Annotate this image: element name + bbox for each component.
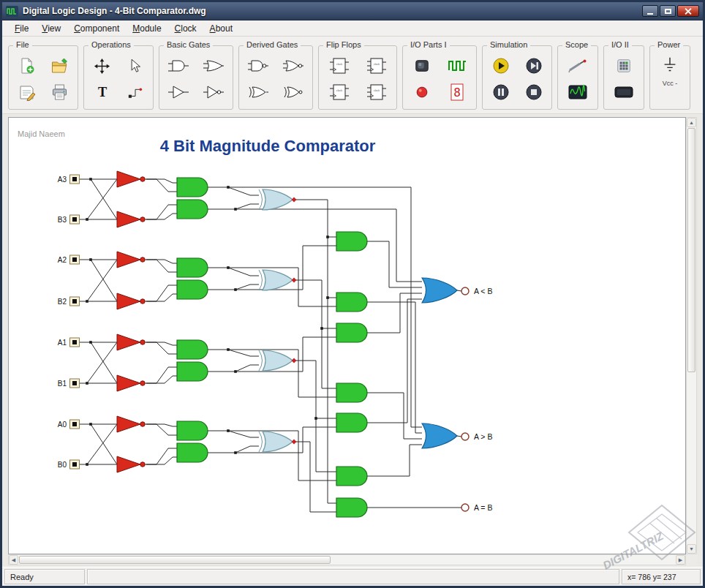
wire[interactable] — [208, 204, 259, 209]
not-gate-icon[interactable] — [200, 80, 227, 105]
scroll-up-arrow[interactable]: ▲ — [687, 118, 696, 127]
wire[interactable] — [208, 187, 259, 195]
menu-component[interactable]: Component — [67, 21, 126, 36]
wire[interactable] — [208, 446, 259, 453]
not-gate[interactable] — [117, 334, 140, 350]
and-gate[interactable] — [177, 340, 208, 359]
vertical-scroll-thumb[interactable] — [687, 128, 695, 372]
pause-icon[interactable] — [488, 80, 514, 105]
wire[interactable] — [87, 342, 117, 383]
wire[interactable] — [457, 290, 461, 291]
wire[interactable] — [87, 260, 117, 301]
wire[interactable] — [208, 365, 259, 372]
and-gate[interactable] — [177, 443, 208, 462]
not-gate[interactable] — [117, 171, 140, 187]
output-pin[interactable] — [461, 504, 469, 511]
drawing-canvas[interactable]: Majid Naeem4 Bit Magnitude ComparatorA3B… — [8, 117, 686, 554]
wire[interactable] — [367, 241, 422, 287]
wire[interactable] — [91, 260, 117, 301]
minimize-button[interactable] — [642, 5, 658, 17]
wire[interactable] — [91, 342, 117, 383]
and-gate[interactable] — [336, 467, 367, 486]
wire[interactable] — [367, 445, 422, 476]
d-flipflop-icon[interactable]: clock — [326, 53, 352, 78]
wire[interactable] — [295, 361, 336, 472]
or-gate-icon[interactable] — [200, 53, 227, 78]
select-tool-icon[interactable] — [122, 53, 148, 78]
oscilloscope-icon[interactable] — [565, 80, 591, 105]
wire[interactable] — [457, 436, 461, 437]
wire[interactable] — [208, 284, 259, 290]
run-icon[interactable] — [488, 53, 514, 78]
new-file-icon[interactable] — [14, 53, 40, 78]
wire[interactable] — [228, 187, 422, 427]
wire[interactable] — [146, 424, 177, 435]
wire[interactable] — [87, 179, 117, 219]
and-gate[interactable] — [177, 362, 208, 381]
close-button[interactable] — [677, 5, 699, 17]
keypad-icon[interactable] — [611, 53, 637, 78]
and-gate[interactable] — [177, 280, 208, 299]
and-gate[interactable] — [336, 323, 367, 342]
canvas-title[interactable]: 4 Bit Magnitude Comparator — [160, 137, 376, 155]
wire[interactable] — [208, 268, 259, 276]
wire[interactable] — [146, 179, 177, 192]
wire[interactable] — [87, 424, 117, 464]
print-icon[interactable] — [47, 80, 73, 105]
menu-about[interactable]: About — [203, 21, 239, 36]
scroll-left-arrow[interactable]: ◀ — [9, 555, 18, 565]
output-pin[interactable] — [461, 287, 469, 295]
ground-icon[interactable] — [657, 53, 683, 78]
sr-flipflop-icon[interactable]: clock — [363, 80, 390, 105]
not-gate[interactable] — [117, 375, 140, 391]
open-folder-icon[interactable] — [47, 53, 73, 78]
or-gate[interactable] — [422, 278, 457, 303]
and-gate[interactable] — [336, 293, 367, 312]
not-gate[interactable] — [117, 211, 140, 227]
maximize-button[interactable] — [660, 5, 676, 17]
nor-gate-icon[interactable] — [280, 53, 306, 78]
not-gate[interactable] — [117, 252, 140, 268]
menu-clock[interactable]: Clock — [168, 21, 203, 36]
xor-gate[interactable] — [263, 270, 293, 290]
clock-signal-icon[interactable] — [444, 53, 470, 78]
wire[interactable] — [208, 350, 259, 356]
wire[interactable] — [91, 179, 117, 219]
and-gate[interactable] — [336, 383, 367, 402]
xnor-gate-icon[interactable] — [280, 80, 306, 105]
menu-module[interactable]: Module — [126, 21, 167, 36]
wire[interactable] — [235, 337, 336, 372]
xor-gate-icon[interactable] — [245, 80, 271, 105]
buffer-gate-icon[interactable] — [165, 80, 192, 105]
menu-file[interactable]: File — [8, 21, 35, 36]
output-pin[interactable] — [461, 433, 469, 440]
wire[interactable] — [146, 205, 177, 219]
and-gate[interactable] — [177, 200, 208, 219]
probe-icon[interactable] — [565, 53, 591, 78]
and-gate[interactable] — [336, 498, 367, 517]
not-gate[interactable] — [117, 456, 140, 472]
and-gate[interactable] — [177, 421, 208, 440]
wire-tool-icon[interactable] — [122, 80, 148, 105]
move-tool-icon[interactable] — [89, 53, 116, 78]
wire[interactable] — [146, 342, 177, 354]
switch-icon[interactable] — [409, 53, 435, 78]
wire[interactable] — [146, 448, 177, 464]
and-gate[interactable] — [336, 232, 367, 251]
menu-view[interactable]: View — [35, 21, 67, 36]
or-gate[interactable] — [422, 423, 457, 448]
horizontal-scrollbar[interactable]: ◀ ▶ — [8, 554, 686, 565]
and-gate-icon[interactable] — [165, 53, 192, 78]
seven-segment-icon[interactable]: 8 — [444, 80, 470, 105]
horizontal-scroll-thumb[interactable] — [19, 556, 331, 564]
wire[interactable] — [367, 302, 422, 433]
and-gate[interactable] — [336, 413, 367, 432]
nand-gate-icon[interactable] — [245, 53, 271, 78]
lcd-display-icon[interactable] — [611, 80, 637, 105]
wire[interactable] — [208, 431, 259, 437]
xor-gate[interactable] — [263, 189, 293, 210]
stop-icon[interactable] — [521, 80, 547, 105]
t-flipflop-icon[interactable]: clock — [326, 80, 352, 105]
scroll-down-arrow[interactable]: ▼ — [687, 544, 696, 554]
wire[interactable] — [91, 424, 117, 464]
